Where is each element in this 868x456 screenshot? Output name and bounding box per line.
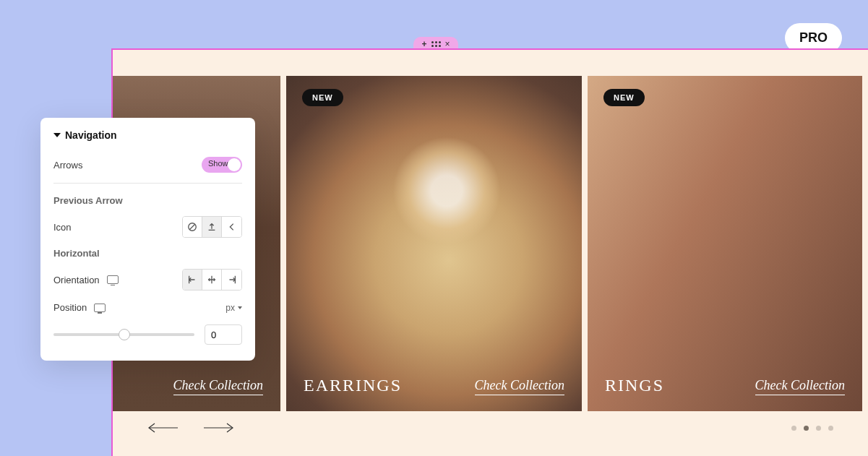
icon-library-button[interactable] bbox=[222, 217, 241, 237]
previous-arrow-heading: Previous Arrow bbox=[53, 191, 242, 210]
plus-icon[interactable]: + bbox=[421, 39, 426, 49]
pro-badge: PRO bbox=[785, 23, 842, 53]
carousel-slide[interactable]: NEW RINGS Check Collection bbox=[588, 76, 862, 411]
slider-thumb[interactable] bbox=[119, 329, 130, 340]
pagination-dot[interactable] bbox=[828, 426, 833, 431]
toggle-label: Show bbox=[208, 159, 228, 168]
arrows-toggle-row: Arrows Show bbox=[53, 151, 242, 178]
element-handle[interactable]: + × bbox=[413, 37, 458, 51]
new-badge: NEW bbox=[603, 89, 645, 106]
icon-none-button[interactable] bbox=[183, 217, 202, 237]
orientation-group bbox=[182, 269, 242, 291]
carousel-next-arrow[interactable] bbox=[202, 423, 234, 433]
align-end-button[interactable] bbox=[222, 270, 241, 290]
desktop-icon[interactable] bbox=[107, 275, 119, 284]
nav-arrows bbox=[147, 423, 234, 433]
pagination-dot[interactable] bbox=[816, 426, 821, 431]
navigation-settings-panel: Navigation Arrows Show Previous Arrow Ic… bbox=[40, 118, 255, 361]
carousel-prev-arrow[interactable] bbox=[147, 423, 179, 433]
position-row: Position px bbox=[53, 296, 242, 319]
position-label: Position bbox=[53, 302, 87, 313]
desktop-icon[interactable] bbox=[94, 304, 106, 312]
divider bbox=[53, 183, 242, 184]
toggle-thumb bbox=[228, 158, 241, 171]
icon-row: Icon bbox=[53, 210, 242, 244]
position-unit-select[interactable]: px bbox=[225, 303, 242, 313]
svg-line-3 bbox=[190, 225, 195, 230]
collection-link[interactable]: Check Collection bbox=[755, 378, 845, 395]
slide-title: EARRINGS bbox=[304, 376, 402, 395]
pagination-dot[interactable] bbox=[804, 426, 809, 431]
collection-link[interactable]: Check Collection bbox=[475, 378, 564, 395]
position-slider[interactable] bbox=[53, 333, 194, 336]
chevron-down-icon bbox=[238, 306, 242, 309]
align-start-button[interactable] bbox=[183, 270, 202, 290]
horizontal-heading: Horizontal bbox=[53, 244, 242, 263]
icon-upload-button[interactable] bbox=[202, 217, 222, 237]
position-slider-row bbox=[53, 319, 242, 345]
unit-label: px bbox=[225, 303, 235, 313]
arrows-toggle[interactable]: Show bbox=[202, 157, 242, 173]
icon-source-group bbox=[182, 216, 242, 238]
arrows-label: Arrows bbox=[53, 160, 82, 171]
slide-caption: RINGS Check Collection bbox=[605, 376, 845, 395]
orientation-label: Orientation bbox=[53, 275, 100, 285]
align-center-button[interactable] bbox=[202, 270, 222, 290]
orientation-row: Orientation bbox=[53, 263, 242, 296]
pagination-dots bbox=[791, 426, 833, 431]
section-title: Navigation bbox=[65, 129, 117, 141]
slide-title: RINGS bbox=[605, 376, 664, 395]
close-icon[interactable]: × bbox=[445, 39, 450, 49]
position-input[interactable] bbox=[205, 324, 242, 345]
icon-label: Icon bbox=[53, 222, 72, 233]
pagination-dot[interactable] bbox=[791, 426, 796, 431]
new-badge: NEW bbox=[302, 89, 343, 106]
slide-image bbox=[588, 76, 862, 411]
carousel-footer bbox=[113, 411, 868, 433]
slide-image bbox=[286, 76, 582, 411]
caret-down-icon bbox=[53, 133, 61, 137]
drag-handle-icon[interactable] bbox=[431, 41, 441, 47]
collection-link[interactable]: Check Collection bbox=[173, 378, 263, 395]
slide-caption: Check Collection bbox=[130, 378, 263, 395]
carousel-slide[interactable]: NEW EARRINGS Check Collection bbox=[286, 76, 582, 411]
slide-caption: EARRINGS Check Collection bbox=[304, 376, 564, 395]
panel-section-header[interactable]: Navigation bbox=[53, 129, 242, 141]
